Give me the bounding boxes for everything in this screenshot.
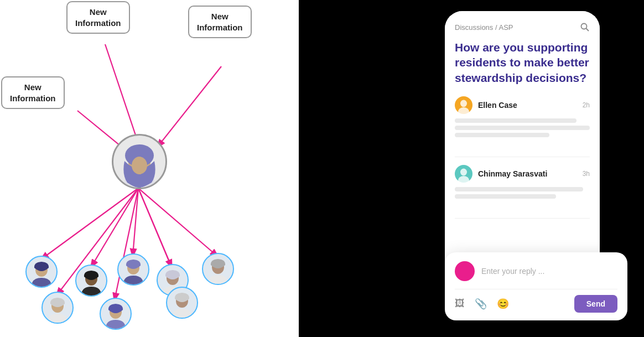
left-panel: NewInformation NewInformation NewInforma… bbox=[0, 0, 299, 337]
reply-placeholder[interactable]: Enter your reply ... bbox=[481, 267, 617, 276]
bottom-avatar-6 bbox=[41, 292, 74, 324]
bottom-avatar-1 bbox=[25, 256, 58, 288]
right-panel: Discussions / ASP How are you supporting… bbox=[299, 0, 644, 337]
discussion-item-2: Chinmay Sarasvati 3h bbox=[455, 165, 590, 201]
svg-point-23 bbox=[581, 24, 587, 29]
svg-line-0 bbox=[105, 44, 139, 147]
user-avatar-1 bbox=[455, 96, 472, 114]
discussion-question: How are you supporting residents to make… bbox=[455, 40, 590, 85]
breadcrumb-text: Discussions / ASP bbox=[455, 23, 513, 32]
bottom-avatar-8 bbox=[166, 287, 198, 319]
time-2: 3h bbox=[583, 170, 590, 178]
bottom-avatar-5 bbox=[202, 253, 234, 285]
time-1: 2h bbox=[583, 101, 590, 109]
reply-input-row: Enter your reply ... bbox=[455, 261, 617, 281]
svg-line-3 bbox=[41, 188, 138, 259]
svg-line-6 bbox=[138, 188, 172, 267]
divider-2 bbox=[455, 218, 590, 219]
info-box-1: NewInformation bbox=[66, 1, 130, 34]
svg-line-24 bbox=[586, 29, 589, 32]
search-icon[interactable] bbox=[580, 22, 590, 32]
center-avatar bbox=[112, 134, 167, 189]
bottom-avatar-2 bbox=[75, 265, 107, 297]
user-name-1: Ellen Case bbox=[478, 101, 517, 110]
discussion-item-1: Ellen Case 2h bbox=[455, 96, 590, 140]
svg-point-14 bbox=[132, 157, 147, 174]
divider-1 bbox=[455, 157, 590, 157]
info-box-2: NewInformation bbox=[188, 6, 252, 38]
svg-point-26 bbox=[460, 100, 467, 107]
image-icon[interactable]: 🖼 bbox=[455, 298, 465, 310]
info-box-3: NewInformation bbox=[1, 76, 65, 109]
breadcrumb-bar: Discussions / ASP bbox=[455, 22, 590, 32]
svg-point-29 bbox=[460, 168, 467, 175]
user-avatar-2 bbox=[455, 165, 472, 183]
bottom-avatar-7 bbox=[100, 298, 132, 330]
reply-card: Enter your reply ... 🖼 📎 😊 Send bbox=[445, 252, 627, 320]
send-button[interactable]: Send bbox=[574, 295, 617, 313]
svg-line-1 bbox=[158, 66, 221, 147]
svg-line-7 bbox=[138, 188, 217, 256]
svg-line-5 bbox=[133, 188, 138, 256]
attachment-icon[interactable]: 📎 bbox=[475, 298, 487, 310]
reply-icons: 🖼 📎 😊 bbox=[455, 298, 509, 310]
user-name-2: Chinmay Sarasvati bbox=[478, 169, 547, 178]
reply-avatar bbox=[455, 261, 475, 281]
emoji-icon[interactable]: 😊 bbox=[497, 298, 509, 310]
bottom-avatar-3 bbox=[117, 253, 149, 286]
reply-toolbar: 🖼 📎 😊 Send bbox=[455, 289, 617, 313]
